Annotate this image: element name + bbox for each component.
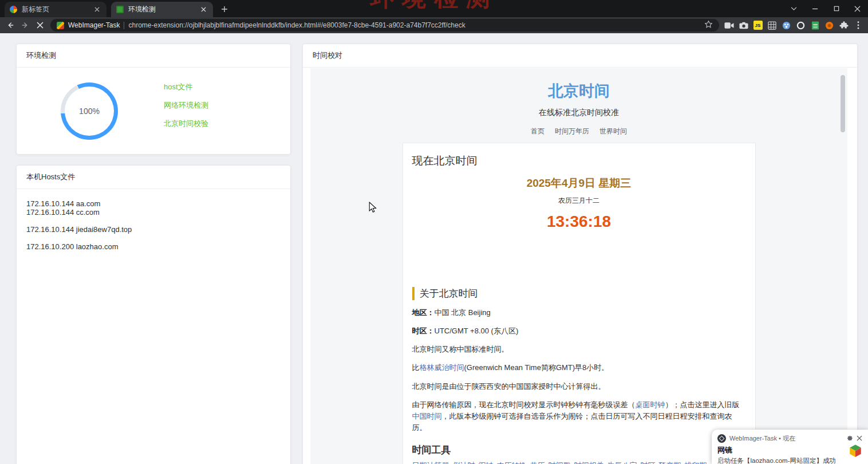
tool-link[interactable]: 黄历	[530, 460, 545, 464]
notification-close-icon[interactable]	[857, 435, 862, 442]
beijing-time-site-frame: 北京时间 在线标准北京时间校准 首页时间万年历世界时间 现在北京时间 2025年…	[310, 68, 847, 464]
region-line: 地区：中国 北京 Beijing	[412, 307, 746, 318]
notification-message: 启动任务【laozhao.com-网站固定】成功	[712, 455, 868, 464]
hosts-file-content: 172.16.10.144 aa.com 172.16.10.144 cc.co…	[17, 189, 290, 261]
orange-app-icon[interactable]	[822, 18, 837, 33]
tool-link[interactable]: 日期计算器	[412, 460, 449, 464]
tool-link[interactable]: 排卵期	[685, 460, 707, 464]
tab-close-icon[interactable]	[92, 5, 101, 14]
blue-app-icon[interactable]	[779, 18, 794, 33]
check-link[interactable]: 北京时间校验	[164, 120, 208, 127]
hosts-card: 本机Hosts文件 172.16.10.144 aa.com 172.16.10…	[16, 165, 291, 464]
site-nav-link[interactable]: 时间万年历	[555, 127, 589, 135]
js-extension-icon[interactable]: JS	[751, 18, 765, 33]
tab-new-tab-page[interactable]: 新标签页	[5, 2, 106, 17]
time-check-card: 时间校对 北京时间 在线标准北京时间校准 首页时间万年历世界时间 现在北京时间 …	[302, 44, 858, 464]
region-value: 中国 北京 Beijing	[435, 308, 491, 317]
extension-cube-logo[interactable]	[848, 443, 863, 461]
site-tagline: 在线标准北京时间校准	[310, 108, 847, 118]
tool-link[interactable]: 预产期	[659, 460, 681, 464]
tool-link[interactable]: 时区	[641, 460, 656, 464]
china-time-link[interactable]: 中国时间	[412, 412, 442, 420]
gmt-link[interactable]: 格林威治时间	[420, 363, 464, 372]
bookmark-star-icon[interactable]	[704, 20, 713, 31]
table-grid-icon[interactable]	[765, 18, 779, 33]
progress-percent: 100%	[61, 82, 118, 140]
about-heading: 关于北京时间	[412, 287, 746, 300]
text: ，此版本秒级闹钟可选择自选音乐作为闹铃；点击日历可写入不同日程日程安排和查询农历…	[412, 412, 732, 432]
time-check-card-title: 时间校对	[303, 44, 857, 68]
notification-header: WebImager-Task • 现在	[712, 430, 868, 443]
tab-search-icon[interactable]	[783, 0, 804, 17]
extensions-puzzle-icon[interactable]	[837, 18, 851, 33]
tab-label: 新标签页	[22, 5, 88, 14]
browser-menu-icon[interactable]	[851, 18, 865, 33]
tool-link[interactable]: 时间相关	[574, 460, 604, 464]
tools-heading: 时间工具	[412, 443, 746, 457]
url-divider	[124, 22, 124, 29]
text: ）；点击这里进入旧版	[665, 400, 740, 409]
timezone-value: UTC/GMT +8.00 (东八区)	[435, 327, 519, 335]
page-content: 环境检测 100% host文件网络环境检测北京时间校验 本机Hosts文件 1…	[0, 33, 868, 464]
env-check-favicon	[116, 6, 124, 13]
maximize-button[interactable]	[826, 0, 847, 17]
tool-link[interactable]: 闹钟	[479, 460, 494, 464]
frame-scrollbar-thumb[interactable]	[841, 75, 845, 132]
notification-app-icon	[717, 434, 726, 443]
env-check-card: 环境检测 100% host文件网络环境检测北京时间校验	[16, 44, 291, 155]
check-link[interactable]: 网络环境检测	[164, 101, 208, 109]
notification-settings-icon[interactable]	[846, 435, 853, 443]
browser-toolbar: WebImager-Task chrome-extension://ojblhj…	[0, 17, 868, 33]
site-nav: 首页时间万年历世界时间	[310, 125, 847, 136]
minimize-button[interactable]	[804, 0, 826, 17]
forward-button[interactable]	[18, 18, 33, 33]
extension-name-chip: WebImager-Task	[68, 21, 120, 29]
about-line-1: 北京时间又称中国标准时间。	[412, 344, 746, 355]
env-check-card-title: 环境检测	[17, 44, 290, 68]
env-check-card-body: 100% host文件网络环境检测北京时间校验	[17, 68, 290, 155]
progress-ring: 100%	[61, 82, 118, 140]
extension-page-icon	[57, 22, 64, 29]
about-line-4: 由于网络传输原因，现在北京时间校对显示时钟秒钟有毫秒级误差（桌面时钟）；点击这里…	[412, 399, 746, 434]
notification-title: 网镜	[712, 443, 868, 455]
now-heading: 现在北京时间	[412, 154, 746, 168]
url-text[interactable]: chrome-extension://ojblhjlabjblfinafmdip…	[128, 21, 700, 29]
tab-env-check[interactable]: 环境检测	[111, 2, 213, 17]
text: (Greenwich Mean Time简称GMT)早8小时。	[464, 363, 609, 372]
region-label: 地区：	[412, 308, 435, 317]
stop-loading-button[interactable]	[33, 18, 48, 33]
desktop-clock-link[interactable]: 桌面时钟	[636, 400, 665, 409]
tool-link[interactable]: 时间戳	[549, 460, 571, 464]
timezone-label: 时区：	[412, 327, 435, 335]
check-link[interactable]: host文件	[164, 83, 208, 91]
back-button[interactable]	[3, 18, 18, 33]
left-column: 环境检测 100% host文件网络环境检测北京时间校验 本机Hosts文件 1…	[16, 44, 291, 464]
tab-label: 环境检测	[128, 5, 194, 14]
notification-source: WebImager-Task • 现在	[729, 434, 843, 443]
window-controls	[783, 0, 868, 17]
screen-recorder-icon[interactable]	[722, 18, 736, 33]
green-sheet-icon[interactable]	[808, 18, 822, 33]
close-window-button[interactable]	[847, 0, 868, 17]
time-content-box: 现在北京时间 2025年4月9日 星期三 农历三月十二 13:36:18 关于北…	[403, 143, 756, 464]
address-bar[interactable]: WebImager-Task chrome-extension://ojblhj…	[50, 19, 719, 32]
notification-toast: WebImager-Task • 现在 网镜 启动任务【laozhao.com-…	[712, 430, 868, 464]
new-tab-button[interactable]	[217, 2, 232, 17]
tab-close-icon[interactable]	[199, 5, 208, 14]
text: 比	[412, 363, 420, 372]
hosts-card-title: 本机Hosts文件	[17, 166, 290, 189]
about-line-3: 北京时间是由位于陕西西安的中国国家授时中心计算得出。	[412, 381, 746, 392]
about-line-2: 比格林威治时间(Greenwich Mean Time简称GMT)早8小时。	[412, 362, 746, 373]
tool-link[interactable]: 倒计时	[453, 460, 475, 464]
site-nav-link[interactable]: 世界时间	[599, 127, 627, 135]
screenshot-camera-icon[interactable]	[736, 18, 751, 33]
lunar-date: 农历三月十二	[412, 196, 746, 206]
tool-link[interactable]: 农历转换	[497, 460, 527, 464]
new-tab-favicon	[10, 6, 17, 13]
extension-icons: JS	[722, 18, 865, 33]
timezone-line: 时区：UTC/GMT +8.00 (东八区)	[412, 325, 746, 337]
clock-area-spacer	[412, 231, 746, 284]
circle-o-app-icon[interactable]	[794, 18, 808, 33]
tool-link[interactable]: 生辰八字	[607, 460, 637, 464]
site-nav-link[interactable]: 首页	[531, 127, 545, 135]
